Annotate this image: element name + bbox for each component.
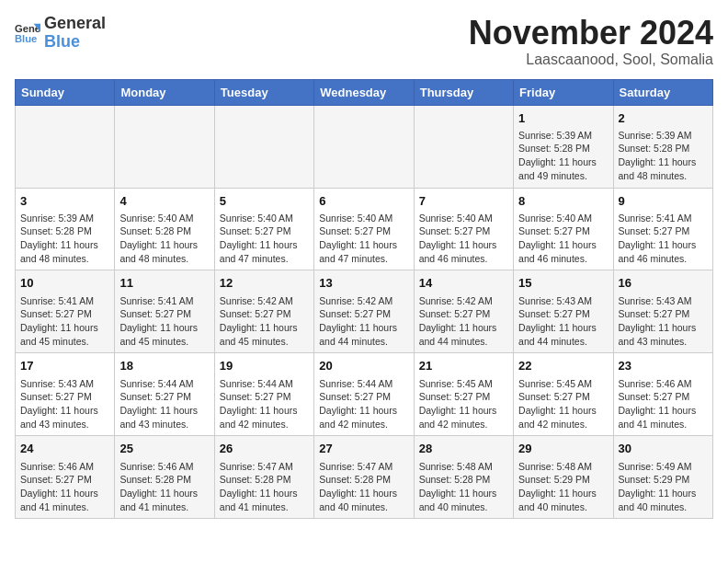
day-info: Sunrise: 5:40 AM	[518, 212, 608, 225]
calendar-cell: 6Sunrise: 5:40 AMSunset: 5:27 PMDaylight…	[314, 188, 414, 270]
calendar-cell: 29Sunrise: 5:48 AMSunset: 5:29 PMDayligh…	[514, 436, 613, 519]
day-info: Sunrise: 5:45 AM	[518, 377, 608, 391]
day-number: 21	[419, 358, 508, 374]
calendar-cell: 2Sunrise: 5:39 AMSunset: 5:28 PMDaylight…	[613, 105, 712, 188]
day-info: Sunrise: 5:39 AM	[20, 212, 109, 225]
day-info: Daylight: 11 hours and 40 minutes.	[518, 487, 608, 513]
calendar-cell	[115, 105, 214, 188]
calendar-week-row: 24Sunrise: 5:46 AMSunset: 5:27 PMDayligh…	[16, 436, 713, 519]
day-info: Daylight: 11 hours and 45 minutes.	[119, 321, 209, 348]
svg-text:Blue: Blue	[15, 33, 37, 44]
day-number: 10	[20, 275, 109, 292]
calendar-week-row: 1Sunrise: 5:39 AMSunset: 5:28 PMDaylight…	[16, 105, 713, 188]
day-info: Daylight: 11 hours and 44 minutes.	[319, 321, 408, 348]
day-info: Daylight: 11 hours and 47 minutes.	[319, 238, 408, 265]
calendar-cell: 16Sunrise: 5:43 AMSunset: 5:27 PMDayligh…	[613, 270, 712, 353]
calendar-cell: 12Sunrise: 5:42 AMSunset: 5:27 PMDayligh…	[214, 270, 313, 353]
calendar-subtitle: Laascaanood, Sool, Somalia	[469, 52, 713, 68]
day-info: Sunrise: 5:41 AM	[20, 294, 109, 308]
day-info: Daylight: 11 hours and 40 minutes.	[619, 487, 708, 513]
day-info: Sunset: 5:29 PM	[518, 473, 608, 487]
calendar-week-row: 10Sunrise: 5:41 AMSunset: 5:27 PMDayligh…	[16, 270, 713, 353]
calendar-cell	[16, 105, 115, 188]
day-info: Sunrise: 5:41 AM	[619, 212, 708, 225]
day-info: Daylight: 11 hours and 40 minutes.	[419, 487, 508, 513]
calendar-cell: 7Sunrise: 5:40 AMSunset: 5:27 PMDaylight…	[414, 188, 513, 270]
day-info: Sunrise: 5:42 AM	[319, 294, 408, 308]
day-info: Daylight: 11 hours and 43 minutes.	[119, 404, 209, 431]
day-number: 6	[319, 193, 408, 210]
calendar-header-row: Sunday Monday Tuesday Wednesday Thursday…	[16, 79, 713, 105]
day-info: Sunset: 5:27 PM	[518, 390, 608, 404]
day-info: Sunrise: 5:39 AM	[518, 129, 608, 143]
day-info: Sunrise: 5:43 AM	[20, 377, 109, 391]
day-info: Sunset: 5:27 PM	[619, 390, 708, 404]
col-monday: Monday	[115, 79, 214, 105]
calendar-cell: 18Sunrise: 5:44 AMSunset: 5:27 PMDayligh…	[115, 353, 214, 436]
col-saturday: Saturday	[613, 79, 712, 105]
day-info: Daylight: 11 hours and 44 minutes.	[419, 321, 508, 348]
day-info: Sunrise: 5:44 AM	[220, 377, 309, 391]
day-info: Daylight: 11 hours and 42 minutes.	[419, 404, 508, 431]
calendar-cell	[414, 105, 513, 188]
day-info: Sunset: 5:28 PM	[119, 473, 209, 487]
logo: General Blue General Blue	[15, 15, 106, 52]
day-number: 7	[419, 193, 508, 210]
day-info: Daylight: 11 hours and 42 minutes.	[319, 404, 408, 431]
day-number: 11	[119, 275, 209, 292]
day-number: 13	[319, 275, 408, 292]
day-info: Sunrise: 5:48 AM	[419, 460, 508, 474]
day-info: Sunset: 5:27 PM	[20, 390, 109, 404]
day-number: 20	[319, 358, 408, 374]
day-info: Sunset: 5:27 PM	[619, 224, 708, 238]
day-info: Sunrise: 5:43 AM	[518, 294, 608, 308]
day-info: Sunrise: 5:45 AM	[419, 377, 508, 391]
calendar-cell	[314, 105, 414, 188]
day-info: Sunrise: 5:44 AM	[119, 377, 209, 391]
calendar-cell: 30Sunrise: 5:49 AMSunset: 5:29 PMDayligh…	[613, 436, 712, 519]
day-info: Sunset: 5:27 PM	[119, 307, 209, 321]
logo-icon: General Blue	[15, 20, 40, 46]
day-info: Sunset: 5:28 PM	[20, 224, 109, 238]
day-number: 24	[20, 441, 109, 457]
col-wednesday: Wednesday	[314, 79, 414, 105]
day-number: 27	[319, 441, 408, 457]
day-number: 28	[419, 441, 508, 457]
calendar-cell: 4Sunrise: 5:40 AMSunset: 5:28 PMDaylight…	[115, 188, 214, 270]
day-info: Sunrise: 5:41 AM	[119, 294, 209, 308]
day-info: Sunrise: 5:42 AM	[419, 294, 508, 308]
day-info: Sunset: 5:27 PM	[419, 224, 508, 238]
day-info: Sunrise: 5:44 AM	[319, 377, 408, 391]
day-info: Sunset: 5:27 PM	[220, 307, 309, 321]
calendar-cell: 8Sunrise: 5:40 AMSunset: 5:27 PMDaylight…	[514, 188, 613, 270]
day-info: Daylight: 11 hours and 43 minutes.	[20, 404, 109, 431]
logo-general-text: General	[44, 15, 106, 33]
calendar-cell: 27Sunrise: 5:47 AMSunset: 5:28 PMDayligh…	[314, 436, 414, 519]
day-info: Sunrise: 5:39 AM	[619, 129, 708, 143]
calendar-cell: 22Sunrise: 5:45 AMSunset: 5:27 PMDayligh…	[514, 353, 613, 436]
day-info: Sunrise: 5:47 AM	[220, 460, 309, 474]
day-info: Sunset: 5:27 PM	[619, 307, 708, 321]
day-info: Daylight: 11 hours and 45 minutes.	[220, 321, 309, 348]
day-info: Sunset: 5:27 PM	[319, 224, 408, 238]
calendar-cell: 24Sunrise: 5:46 AMSunset: 5:27 PMDayligh…	[16, 436, 115, 519]
day-info: Sunset: 5:27 PM	[220, 390, 309, 404]
day-number: 30	[619, 441, 708, 457]
day-info: Sunrise: 5:49 AM	[619, 460, 708, 474]
day-info: Daylight: 11 hours and 49 minutes.	[518, 155, 608, 182]
day-info: Daylight: 11 hours and 40 minutes.	[319, 487, 408, 513]
day-info: Sunset: 5:28 PM	[518, 142, 608, 155]
day-number: 15	[518, 275, 608, 292]
col-tuesday: Tuesday	[214, 79, 313, 105]
calendar-cell: 11Sunrise: 5:41 AMSunset: 5:27 PMDayligh…	[115, 270, 214, 353]
day-info: Daylight: 11 hours and 41 minutes.	[619, 404, 708, 431]
day-number: 9	[619, 193, 708, 210]
day-info: Daylight: 11 hours and 41 minutes.	[20, 487, 109, 513]
calendar-table: Sunday Monday Tuesday Wednesday Thursday…	[15, 79, 713, 520]
calendar-cell	[214, 105, 313, 188]
day-info: Daylight: 11 hours and 46 minutes.	[619, 238, 708, 265]
day-info: Daylight: 11 hours and 44 minutes.	[518, 321, 608, 348]
day-info: Daylight: 11 hours and 42 minutes.	[518, 404, 608, 431]
day-number: 17	[20, 358, 109, 374]
day-info: Daylight: 11 hours and 46 minutes.	[518, 238, 608, 265]
